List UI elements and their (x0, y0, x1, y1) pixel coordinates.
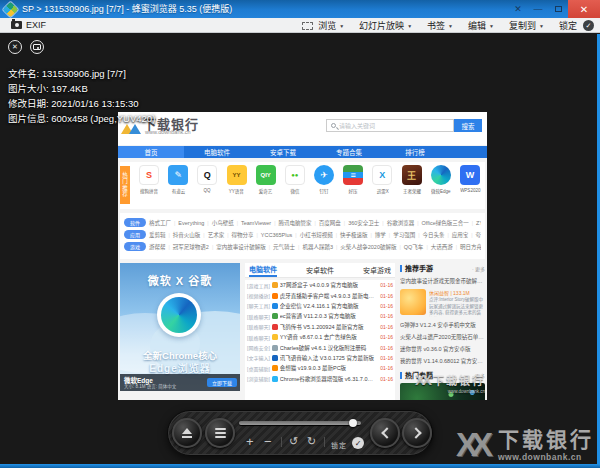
tag-link: 百度网盘 (319, 219, 341, 227)
tag-link: Everything (178, 220, 204, 226)
software-category: [视频播放] (247, 292, 270, 299)
toolbar-menu-幻灯片放映[interactable]: 幻灯片放映▼ (359, 19, 412, 32)
app-shortcut: ✈钉钉 (311, 165, 337, 194)
software-row: [网络安全]Charles破解 v4.6.1 汉化版附注册码01-16 (245, 342, 395, 352)
sidebar-game-link: 迷你世界 v0.36.0 官方安卓版 (400, 345, 485, 353)
exif-image-info: 图片信息: 600x458 (Jpeg,YUV420) (8, 111, 155, 125)
app-shortcut: QIY爱奇艺 (253, 165, 279, 194)
maximize-icon (555, 6, 562, 12)
app-icon-搜狗拼音: S (139, 165, 159, 185)
previous-image-button[interactable] (370, 418, 400, 448)
exif-toolbar-label[interactable]: EXIF (26, 20, 46, 30)
menu-label: 编辑 (468, 19, 486, 32)
eject-icon (182, 428, 192, 434)
software-row: [视频播放]虎牙直播助手客户端 v4.9.0.3 最新电脑版01-16 (245, 290, 395, 300)
banner-sub2: Edge浏览器 (120, 360, 240, 375)
separator: | (447, 232, 448, 238)
tag-link: YCC365Plus (261, 232, 293, 238)
chevron-down-icon: ▼ (339, 23, 344, 29)
separator: | (344, 220, 345, 226)
photo-image[interactable]: 请输入关键词 搜索 首页电脑软件安卓下载专题合集排行榜 热门推荐 S搜狗拼音✎有… (118, 112, 487, 400)
menu-button[interactable] (205, 418, 235, 448)
software-category: [桌面辅助] (247, 365, 270, 372)
app-shortcut: QQQ (194, 165, 220, 194)
chevron-down-icon: ▼ (407, 23, 412, 29)
software-row: [联络聊天]YY语音 v8.67.0.1 去广告绿色版01-16 (245, 332, 395, 342)
featured-game-desc: 点评:Interior Story破解版中玩家通过解谜玩法来解锁更多内容, 获得… (429, 297, 485, 317)
more-link: · 更多 (472, 265, 485, 272)
separator: | (257, 232, 258, 238)
app-shortcut: WWPS2020 (457, 165, 483, 194)
tag-link: 小鸟壁纸 (212, 219, 234, 227)
eject-button[interactable] (172, 418, 202, 448)
zoom-out-button[interactable]: − (264, 435, 272, 448)
rotate-left-icon[interactable]: ↺ (289, 435, 298, 448)
maximize-button[interactable] (548, 0, 568, 18)
software-date: 01-16 (380, 376, 393, 382)
rec-links: G弹弹3 V1.2.4 安卓手机中文版火柴人战斗遗产2020无限钻石单机版 V.… (400, 321, 485, 365)
toolbar-menu-复制到[interactable]: 复制到▼ (509, 19, 544, 32)
software-icon (272, 334, 278, 340)
pin-icon[interactable]: ✕ (508, 0, 528, 18)
toolbar-menu-浏览[interactable]: 浏览▼ (302, 19, 344, 32)
app-icon-钉钉: ✈ (314, 165, 334, 185)
app-shortcut: X迅雷X (369, 165, 395, 194)
slider-handle[interactable] (349, 419, 357, 427)
toolbar-menu-编辑[interactable]: 编辑▼ (468, 19, 494, 32)
edge-banner: 微软 X 谷歌 全新Chrome核心 Edge浏览器 微软Edge 大小: 8.… (120, 263, 240, 391)
next-image-button[interactable] (402, 418, 432, 448)
menu-label: 复制到 (509, 19, 536, 32)
separator: | (298, 244, 299, 250)
app-icon-微信: ●● (285, 165, 305, 185)
hot-apps-card: 热门推荐 S搜狗拼音✎有道云QQQYYYY语音QIY爱奇艺●●微信✈钉钉≡好压X… (120, 162, 485, 209)
app-shortcut-label: 搜狗拼音 (140, 187, 158, 193)
tag-link: 室内故事设计破解版 (216, 243, 266, 251)
tag-link: Office绿色版三合一 (421, 219, 468, 227)
zoom-in-button[interactable]: + (246, 435, 254, 448)
tag-link: 快手极速版 (340, 231, 368, 239)
app-shortcut-label: YY语音 (229, 187, 244, 193)
software-row: [浏览辅助]Chrome谷歌浏览器增强版 v6.31.7.0绿色版01-16 (245, 374, 395, 384)
lock-label[interactable]: 锁定 (331, 440, 347, 450)
exif-filename: 文件名: 131530906.jpg [7/7] (8, 66, 126, 80)
zoom-slider[interactable] (239, 421, 361, 425)
exif-close-button[interactable]: ✕ (8, 40, 22, 54)
software-icon (272, 345, 278, 351)
software-title: 企业密信 V2.4.116.1 官方电脑版 (280, 302, 378, 310)
tag-link: 冠军足球物语2 (173, 243, 209, 251)
software-icon (272, 282, 278, 288)
rotate-right-icon[interactable]: ↻ (307, 435, 316, 448)
software-date: 01-16 (380, 324, 393, 330)
exif-toggle-button[interactable] (30, 40, 44, 54)
app-icon-有道云: ✎ (168, 165, 188, 185)
separator: | (426, 244, 427, 250)
camera-icon (33, 44, 41, 50)
software-title: YY语音 v8.67.0.1 去广告绿色版 (280, 333, 378, 341)
toolbar-menu-书签[interactable]: 书签▼ (427, 19, 453, 32)
software-icon (272, 355, 278, 361)
tag-link: TeamViewer (241, 220, 271, 226)
separator: | (370, 232, 371, 238)
exif-filesize: 图片大小: 197.4KB (8, 81, 88, 95)
watermark-logo-icon (129, 124, 141, 134)
software-icon (272, 376, 278, 382)
app-icon-YY语音: YY (227, 165, 247, 185)
site-nav-item: 电脑软件 (184, 146, 250, 158)
tag-link: 今日头条 (422, 231, 444, 239)
tag-link: 谷歌浏览器 (387, 219, 415, 227)
app-shortcut-label: 钉钉 (320, 187, 329, 193)
software-tab: 电脑软件 (249, 264, 277, 277)
app-icon-好压: ≡ (343, 165, 363, 185)
app-shortcut-row: S搜狗拼音✎有道云QQQYYYY语音QIY爱奇艺●●微信✈钉钉≡好压X迅雷X王王… (136, 165, 483, 194)
app-shortcut-label: 有道云 (171, 187, 185, 193)
minimize-button[interactable]: — (528, 0, 548, 18)
software-date: 01-16 (380, 334, 393, 340)
close-button[interactable]: ✕ (568, 0, 600, 18)
menu-label: 浏览 (318, 19, 336, 32)
separator: | (269, 244, 270, 250)
toolbar-lock[interactable]: 锁定✓ (559, 19, 594, 32)
separator: | (212, 244, 213, 250)
app-shortcut: ●●微信 (282, 165, 308, 194)
tag-pill: 软件 (124, 218, 146, 227)
lock-check-icon[interactable]: ✓ (352, 437, 364, 449)
